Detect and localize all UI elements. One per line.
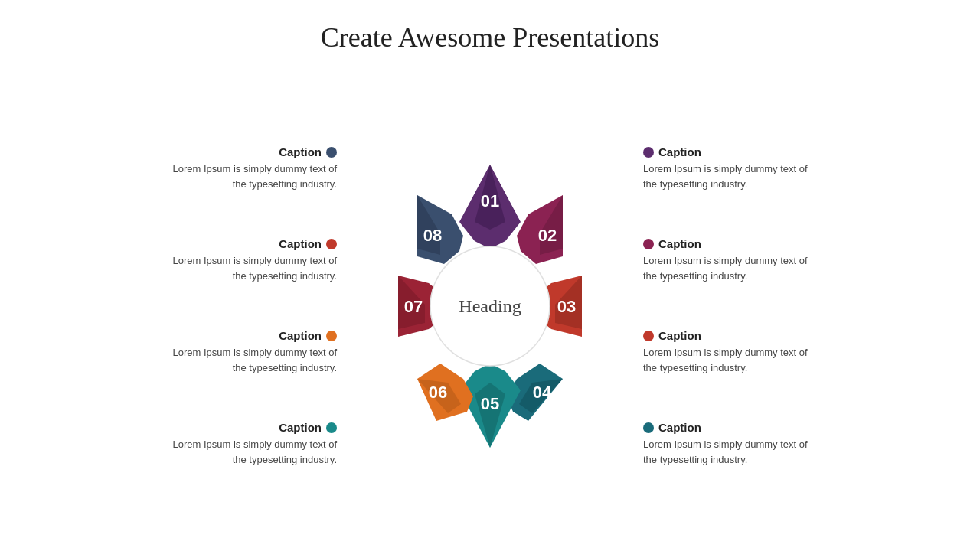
caption-dot [326, 147, 337, 158]
diagram-container: 01 02 03 04 05 06 [345, 122, 635, 490]
caption-label: Caption [279, 145, 322, 158]
caption-text: Lorem Ipsum is simply dummy text ofthe t… [172, 161, 337, 191]
caption-block-cap-03: CaptionLorem Ipsum is simply dummy text … [643, 329, 808, 375]
caption-text: Lorem Ipsum is simply dummy text ofthe t… [643, 345, 808, 375]
caption-dot [643, 331, 654, 341]
caption-label: Caption [658, 237, 701, 250]
caption-label: Caption [658, 329, 701, 342]
caption-label: Caption [279, 421, 322, 434]
svg-text:Heading: Heading [459, 296, 521, 316]
svg-text:02: 02 [538, 226, 557, 245]
slide: Create Awesome Presentations CaptionLore… [0, 0, 980, 551]
svg-text:03: 03 [557, 297, 576, 316]
caption-text: Lorem Ipsum is simply dummy text ofthe t… [172, 253, 337, 283]
caption-text: Lorem Ipsum is simply dummy text ofthe t… [643, 161, 808, 191]
svg-text:01: 01 [481, 191, 499, 210]
caption-dot [326, 422, 337, 433]
caption-dot [326, 331, 337, 341]
caption-dot [326, 239, 337, 249]
caption-block-cap-06: CaptionLorem Ipsum is simply dummy text … [172, 329, 337, 375]
svg-text:05: 05 [481, 394, 499, 413]
caption-label: Caption [279, 237, 322, 250]
caption-dot [643, 239, 654, 249]
slide-title: Create Awesome Presentations [321, 21, 660, 54]
svg-text:04: 04 [533, 383, 552, 402]
caption-text: Lorem Ipsum is simply dummy text ofthe t… [172, 345, 337, 375]
caption-block-cap-08: CaptionLorem Ipsum is simply dummy text … [172, 145, 337, 191]
caption-text: Lorem Ipsum is simply dummy text ofthe t… [643, 437, 808, 467]
caption-block-cap-07: CaptionLorem Ipsum is simply dummy text … [172, 237, 337, 283]
left-captions: CaptionLorem Ipsum is simply dummy text … [107, 122, 345, 490]
right-captions: CaptionLorem Ipsum is simply dummy text … [635, 122, 873, 490]
caption-label: Caption [658, 145, 701, 158]
caption-block-cap-01: CaptionLorem Ipsum is simply dummy text … [643, 145, 808, 191]
svg-text:07: 07 [404, 297, 423, 316]
svg-text:06: 06 [429, 383, 447, 402]
caption-label: Caption [658, 421, 701, 434]
svg-text:08: 08 [423, 226, 442, 245]
caption-block-cap-02: CaptionLorem Ipsum is simply dummy text … [643, 237, 808, 283]
caption-text: Lorem Ipsum is simply dummy text ofthe t… [643, 253, 808, 283]
content-area: CaptionLorem Ipsum is simply dummy text … [0, 61, 980, 551]
caption-text: Lorem Ipsum is simply dummy text ofthe t… [172, 437, 337, 467]
caption-dot [643, 422, 654, 433]
caption-dot [643, 147, 654, 158]
caption-label: Caption [279, 329, 322, 342]
caption-block-cap-05: CaptionLorem Ipsum is simply dummy text … [172, 421, 337, 467]
caption-block-cap-04: CaptionLorem Ipsum is simply dummy text … [643, 421, 808, 467]
